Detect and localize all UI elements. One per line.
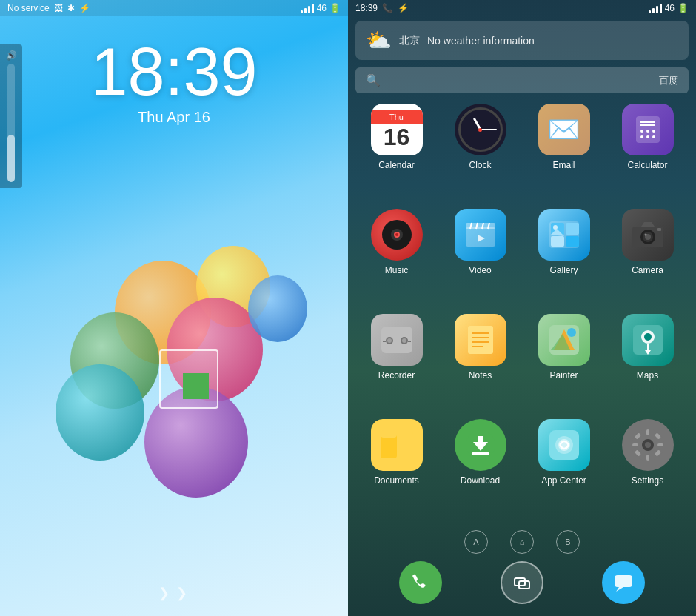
battery-icon: 🔋 xyxy=(329,3,341,13)
nav-home-label: ⌂ xyxy=(520,538,525,546)
app-label-documents: Documents xyxy=(374,475,419,486)
app-icon-camera xyxy=(622,209,674,261)
app-icon-maps xyxy=(622,314,674,366)
svg-rect-58 xyxy=(478,436,483,443)
app-label-painter: Painter xyxy=(549,370,578,381)
balloon-blue xyxy=(248,275,307,342)
swipe-arrows: ❯ ❯ xyxy=(158,586,189,600)
app-item-notes[interactable]: Notes xyxy=(442,314,518,412)
appcenter-svg xyxy=(548,429,580,461)
app-item-documents[interactable]: Documents xyxy=(358,419,435,517)
app-label-music: Music xyxy=(385,265,408,275)
app-icon-calculator xyxy=(622,104,674,155)
calendar-date-num: 16 xyxy=(384,125,410,149)
app-icon-recorder xyxy=(371,314,423,366)
clock-hand-min xyxy=(481,129,497,130)
app-icon-documents xyxy=(371,419,423,471)
app-icon-video xyxy=(455,209,506,261)
app-item-email[interactable]: ✉️ Email xyxy=(526,104,602,201)
app-item-settings[interactable]: Settings xyxy=(609,419,686,517)
signal-icon xyxy=(301,4,314,13)
weather-bar: ⛅ 北京 No weather information xyxy=(355,21,689,60)
usb-home-icon: ⚡ xyxy=(398,3,409,13)
svg-rect-40 xyxy=(468,326,493,354)
svg-point-65 xyxy=(645,442,651,448)
app-item-gallery[interactable]: Gallery xyxy=(526,209,602,307)
app-item-recorder[interactable]: Recorder xyxy=(358,314,435,412)
home-signal-value: 46 xyxy=(665,3,675,13)
app-label-appcenter: App Center xyxy=(541,475,586,486)
lock-status-left: No service 🖼 ✱ ⚡ xyxy=(7,3,90,13)
app-item-download[interactable]: Download xyxy=(442,419,518,517)
signal-value: 46 xyxy=(317,3,327,13)
app-label-clock: Clock xyxy=(469,160,491,170)
clock-center xyxy=(478,128,482,132)
balloons-decoration xyxy=(56,238,292,572)
app-item-clock[interactable]: Clock xyxy=(442,104,518,201)
search-bar[interactable]: 🔍 百度 xyxy=(355,67,689,93)
app-item-music[interactable]: Music xyxy=(358,209,435,307)
nav-home-button[interactable]: ⌂ xyxy=(510,530,534,554)
home-signal-icon xyxy=(649,4,662,13)
nav-b-label: B xyxy=(565,538,570,546)
app-item-painter[interactable]: Painter xyxy=(526,314,602,412)
image-icon: 🖼 xyxy=(54,3,63,13)
svg-rect-24 xyxy=(566,236,579,247)
dock-bar xyxy=(348,561,696,604)
weather-info: No weather information xyxy=(427,35,535,47)
app-item-camera[interactable]: Camera xyxy=(609,209,686,307)
app-icon-gallery xyxy=(538,209,590,261)
svg-rect-76 xyxy=(615,575,632,587)
app-icon-appcenter xyxy=(538,419,590,471)
app-icon-music xyxy=(371,209,423,261)
lock-date: Thu Apr 16 xyxy=(0,109,348,126)
clock-face xyxy=(458,107,503,152)
svg-point-8 xyxy=(652,135,655,138)
app-item-calculator[interactable]: Calculator xyxy=(609,104,686,201)
nav-buttons: A ⌂ B xyxy=(464,530,580,554)
dock-multitask-button[interactable] xyxy=(501,561,543,604)
notes-svg xyxy=(465,324,496,355)
home-battery-icon: 🔋 xyxy=(677,3,689,13)
gallery-svg xyxy=(548,220,580,250)
svg-rect-68 xyxy=(632,443,638,446)
home-time: 18:39 xyxy=(355,3,378,13)
calculator-svg xyxy=(633,115,663,144)
app-label-download: Download xyxy=(461,475,500,486)
app-icon-download xyxy=(455,419,506,471)
nav-back-button[interactable]: A xyxy=(464,530,488,554)
volume-slider[interactable]: 🔊 xyxy=(0,44,22,188)
documents-svg xyxy=(378,429,416,461)
bluetooth-icon: ✱ xyxy=(67,3,75,13)
maps-svg xyxy=(632,324,664,356)
svg-rect-69 xyxy=(657,443,663,446)
video-clapper-svg xyxy=(464,221,497,248)
nav-a-label: A xyxy=(473,538,478,546)
weather-city: 北京 xyxy=(399,34,420,47)
home-status-left: 18:39 📞 ⚡ xyxy=(355,3,409,13)
svg-marker-77 xyxy=(616,587,623,592)
settings-gear-svg xyxy=(631,428,665,462)
dock-chat-button[interactable] xyxy=(602,561,645,604)
app-item-video[interactable]: Video xyxy=(442,209,518,307)
swipe-hint[interactable]: ❯ ❯ xyxy=(158,584,189,601)
search-icon: 🔍 xyxy=(366,73,381,87)
app-item-calendar[interactable]: Thu 16 Calendar xyxy=(358,104,435,201)
svg-rect-23 xyxy=(551,236,564,247)
app-label-video: Video xyxy=(469,265,491,275)
volume-track xyxy=(7,64,15,182)
dock-phone-button[interactable] xyxy=(399,561,442,604)
volume-icon: 🔊 xyxy=(6,50,17,61)
svg-point-4 xyxy=(646,130,649,133)
nav-menu-button[interactable]: B xyxy=(556,530,580,554)
music-vinyl-svg xyxy=(381,219,412,250)
app-item-appcenter[interactable]: App Center xyxy=(526,419,602,517)
app-item-maps[interactable]: Maps xyxy=(609,314,686,412)
svg-rect-66 xyxy=(646,429,649,435)
gift-box xyxy=(159,349,218,409)
search-left: 🔍 xyxy=(366,73,381,87)
lock-time: 18:39 Thu Apr 16 xyxy=(0,38,348,126)
svg-point-31 xyxy=(644,234,646,236)
app-label-email: Email xyxy=(552,160,575,170)
email-envelope-icon: ✉️ xyxy=(547,114,580,145)
